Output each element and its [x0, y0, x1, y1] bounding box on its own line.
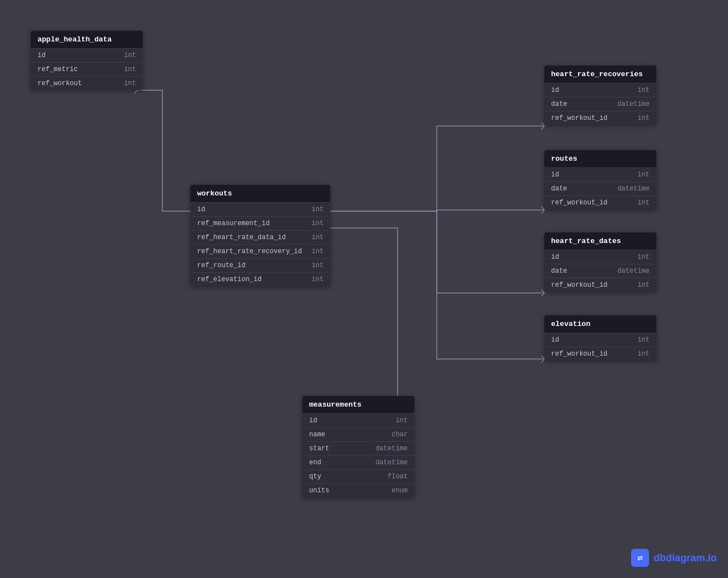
table-row: datedatetime	[544, 97, 656, 111]
field-type: int	[311, 248, 324, 255]
table-row: idint	[190, 202, 330, 216]
field-name: id	[551, 336, 559, 344]
table-row: unitsenum	[302, 483, 414, 497]
field-name: ref_measurement_id	[197, 220, 270, 227]
field-type: int	[637, 281, 650, 289]
table-header-measurements: measurements	[302, 396, 414, 413]
table-row: ref_route_idint	[190, 258, 330, 272]
field-type: char	[391, 431, 408, 439]
connector-apple-workout	[137, 90, 190, 211]
table-row: namechar	[302, 427, 414, 441]
table-row: qtyfloat	[302, 469, 414, 483]
table-row: ref_elevation_idint	[190, 272, 330, 286]
field-type: int	[124, 80, 136, 87]
table-row: idint	[31, 48, 143, 62]
table-heart_rate_recoveries: heart_rate_recoveriesidintdatedatetimere…	[544, 66, 656, 125]
table-row: ref_workout_idint	[544, 195, 656, 209]
field-type: int	[311, 262, 324, 269]
field-name: ref_route_id	[197, 262, 245, 269]
field-type: int	[311, 276, 324, 283]
field-name: date	[551, 267, 567, 275]
field-type: datetime	[617, 100, 650, 108]
field-name: ref_workout_id	[551, 350, 608, 358]
table-apple_health_data: apple_health_dataidintref_metricintref_w…	[31, 31, 143, 90]
field-name: units	[309, 487, 329, 495]
table-header-heart_rate_dates: heart_rate_dates	[544, 232, 656, 250]
table-row: ref_workout_idint	[544, 347, 656, 361]
field-name: date	[551, 185, 567, 193]
field-type: datetime	[617, 267, 650, 275]
field-name: id	[551, 86, 559, 94]
field-type: datetime	[375, 459, 408, 467]
connector-workout-measurements	[330, 228, 398, 421]
table-row: idint	[544, 333, 656, 347]
field-type: int	[637, 253, 650, 261]
field-type: int	[637, 171, 650, 179]
field-type: int	[311, 234, 324, 241]
field-name: date	[551, 100, 567, 108]
field-name: ref_workout	[38, 80, 82, 87]
dbdiagram-text: dbdiagram.io	[654, 552, 717, 564]
table-header-apple_health_data: apple_health_data	[31, 31, 143, 48]
table-row: ref_workout_idint	[544, 278, 656, 292]
table-row: idint	[302, 413, 414, 427]
table-routes: routesidintdatedatetimeref_workout_idint	[544, 150, 656, 209]
table-row: ref_measurement_idint	[190, 216, 330, 230]
table-row: idint	[544, 250, 656, 264]
field-type: int	[637, 336, 650, 344]
field-name: ref_heart_rate_data_id	[197, 234, 286, 241]
connector-workout-elevation	[330, 211, 544, 359]
table-row: ref_heart_rate_recovery_idint	[190, 244, 330, 258]
dbdiagram-icon: ⇄	[631, 549, 649, 567]
table-header-heart_rate_recoveries: heart_rate_recoveries	[544, 66, 656, 83]
table-header-routes: routes	[544, 150, 656, 167]
field-type: int	[311, 220, 324, 227]
table-row: datedatetime	[544, 181, 656, 195]
field-name: ref_heart_rate_recovery_id	[197, 248, 302, 255]
field-name: id	[309, 417, 317, 425]
connector-workout-hrd	[330, 211, 544, 293]
table-header-elevation: elevation	[544, 315, 656, 333]
field-type: int	[124, 52, 136, 59]
field-type: int	[637, 114, 650, 122]
table-row: ref_metricint	[31, 62, 143, 76]
field-type: enum	[391, 487, 408, 495]
dbdiagram-badge: ⇄ dbdiagram.io	[631, 549, 717, 567]
table-row: idint	[544, 83, 656, 97]
field-type: int	[637, 86, 650, 94]
table-measurements: measurementsidintnamecharstartdatetimeen…	[302, 396, 414, 497]
field-name: name	[309, 431, 325, 439]
table-row: ref_workout_idint	[544, 111, 656, 125]
field-name: id	[551, 171, 559, 179]
field-name: end	[309, 459, 321, 467]
table-row: ref_heart_rate_data_idint	[190, 230, 330, 244]
table-elevation: elevationidintref_workout_idint	[544, 315, 656, 361]
table-row: datedatetime	[544, 264, 656, 278]
field-type: datetime	[375, 445, 408, 453]
field-type: int	[124, 66, 136, 73]
field-name: id	[197, 206, 205, 213]
table-heart_rate_dates: heart_rate_datesidintdatedatetimeref_wor…	[544, 232, 656, 292]
table-row: ref_workoutint	[31, 76, 143, 90]
table-workouts: workoutsidintref_measurement_idintref_he…	[190, 185, 330, 286]
connector-workout-hrr	[330, 126, 544, 211]
field-name: qty	[309, 473, 321, 481]
field-type: int	[637, 199, 650, 207]
field-type: float	[388, 473, 408, 481]
field-name: ref_workout_id	[551, 199, 608, 207]
table-row: enddatetime	[302, 455, 414, 469]
field-name: ref_elevation_id	[197, 276, 262, 283]
field-name: ref_metric	[38, 66, 78, 73]
field-name: ref_workout_id	[551, 281, 608, 289]
table-row: idint	[544, 167, 656, 181]
table-row: startdatetime	[302, 441, 414, 455]
field-name: start	[309, 445, 329, 453]
table-header-workouts: workouts	[190, 185, 330, 202]
field-name: id	[551, 253, 559, 261]
field-type: int	[637, 350, 650, 358]
field-name: id	[38, 52, 45, 59]
field-type: int	[311, 206, 324, 213]
field-name: ref_workout_id	[551, 114, 608, 122]
field-type: int	[395, 417, 408, 425]
field-type: datetime	[617, 185, 650, 193]
